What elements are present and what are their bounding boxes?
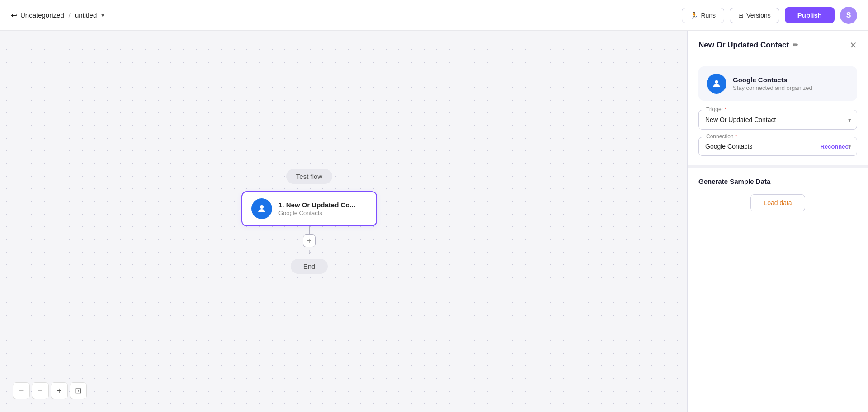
trigger-node[interactable]: 1. New Or Updated Co... Google Contacts bbox=[241, 191, 377, 226]
back-icon: ↩ bbox=[11, 10, 18, 20]
trigger-field-label: Trigger * bbox=[704, 106, 729, 112]
test-flow-node[interactable]: Test flow bbox=[286, 169, 332, 184]
main-layout: Test flow 1. New Or Updated Co... Google… bbox=[0, 31, 868, 412]
service-info: Google Contacts Stay connected and organ… bbox=[733, 76, 812, 91]
publish-label: Publish bbox=[797, 11, 822, 19]
connection-field-label: Connection * bbox=[704, 133, 739, 140]
zoom-out-icon: − bbox=[19, 386, 24, 396]
svg-point-1 bbox=[715, 80, 718, 84]
zoom-controls: − − + ⊡ bbox=[13, 382, 87, 399]
topbar-right: 🏃 Runs ⊞ Versions Publish S bbox=[682, 7, 857, 24]
versions-label: Versions bbox=[746, 12, 771, 19]
fit-icon: ⊡ bbox=[75, 386, 82, 396]
connection-field-row: Google Contacts Reconnect bbox=[699, 137, 857, 155]
generate-sample-title: Generate Sample Data bbox=[698, 178, 857, 185]
service-name: Google Contacts bbox=[733, 76, 812, 84]
runs-label: Runs bbox=[701, 12, 716, 19]
service-desc: Stay connected and organized bbox=[733, 84, 812, 91]
fit-button[interactable]: ⊡ bbox=[70, 382, 87, 399]
breadcrumb-title: untitled bbox=[75, 11, 97, 19]
load-data-button[interactable]: Load data bbox=[750, 194, 805, 211]
runs-button[interactable]: 🏃 Runs bbox=[682, 8, 724, 23]
generate-section: Generate Sample Data Load data bbox=[688, 168, 868, 221]
trigger-node-title: 1. New Or Updated Co... bbox=[278, 201, 355, 209]
panel-title-text: New Or Updated Contact bbox=[698, 41, 789, 50]
service-icon bbox=[707, 74, 726, 94]
panel-scroll-area: Google Contacts Stay connected and organ… bbox=[688, 57, 868, 412]
service-card: Google Contacts Stay connected and organ… bbox=[698, 66, 857, 101]
trigger-field-group: Trigger * New Or Updated Contact ▾ bbox=[698, 110, 857, 130]
load-data-label: Load data bbox=[764, 199, 792, 206]
panel-header: New Or Updated Contact ✏ ✕ bbox=[688, 31, 868, 57]
add-step-button[interactable]: + bbox=[303, 234, 316, 247]
reconnect-label: Reconnect bbox=[821, 143, 850, 150]
end-node: End bbox=[291, 259, 328, 274]
trigger-field-wrapper: Trigger * New Or Updated Contact ▾ bbox=[698, 110, 857, 130]
zoom-in-icon: + bbox=[57, 386, 62, 396]
trigger-node-subtitle: Google Contacts bbox=[278, 210, 355, 216]
end-label: End bbox=[303, 262, 316, 270]
avatar[interactable]: S bbox=[840, 7, 857, 24]
avatar-label: S bbox=[846, 11, 851, 19]
close-button[interactable]: ✕ bbox=[849, 41, 857, 50]
connector: + ↓ bbox=[303, 226, 316, 255]
zoom-out-button[interactable]: − bbox=[13, 382, 30, 399]
connector-line-top bbox=[309, 226, 310, 234]
breadcrumb-category: Uncategorized bbox=[20, 11, 64, 19]
runs-icon: 🏃 bbox=[690, 12, 698, 19]
right-panel: New Or Updated Contact ✏ ✕ Google Contac… bbox=[687, 31, 868, 412]
connection-field-wrapper: Connection * Google Contacts Reconnect ▾ bbox=[698, 137, 857, 156]
back-button[interactable]: ↩ Uncategorized / untitled ▾ bbox=[11, 10, 104, 20]
versions-icon: ⊞ bbox=[738, 12, 744, 19]
canvas: Test flow 1. New Or Updated Co... Google… bbox=[0, 31, 687, 412]
topbar: ↩ Uncategorized / untitled ▾ 🏃 Runs ⊞ Ve… bbox=[0, 0, 868, 31]
breadcrumb-separator: / bbox=[69, 11, 71, 19]
connection-field-group: Connection * Google Contacts Reconnect ▾ bbox=[698, 137, 857, 156]
connection-value: Google Contacts bbox=[705, 143, 752, 150]
zoom-in-button[interactable]: + bbox=[51, 382, 68, 399]
test-flow-label: Test flow bbox=[296, 173, 322, 180]
breadcrumb-chevron-icon[interactable]: ▾ bbox=[101, 12, 104, 19]
reconnect-button[interactable]: Reconnect bbox=[821, 143, 850, 150]
svg-point-0 bbox=[260, 205, 264, 209]
edit-icon[interactable]: ✏ bbox=[793, 41, 798, 49]
zoom-out2-icon: − bbox=[38, 386, 43, 396]
connection-chevron-icon: ▾ bbox=[848, 143, 851, 150]
panel-form: Trigger * New Or Updated Contact ▾ Conne… bbox=[688, 101, 868, 165]
flow-container: Test flow 1. New Or Updated Co... Google… bbox=[241, 169, 377, 274]
panel-title-group: New Or Updated Contact ✏ bbox=[698, 41, 798, 50]
zoom-out2-button[interactable]: − bbox=[32, 382, 49, 399]
trigger-node-icon bbox=[251, 198, 272, 219]
topbar-left: ↩ Uncategorized / untitled ▾ bbox=[11, 10, 104, 20]
publish-button[interactable]: Publish bbox=[785, 7, 835, 23]
trigger-select[interactable]: New Or Updated Contact bbox=[699, 110, 857, 129]
trigger-node-text: 1. New Or Updated Co... Google Contacts bbox=[278, 201, 355, 216]
versions-button[interactable]: ⊞ Versions bbox=[730, 8, 779, 23]
arrow-down-icon: ↓ bbox=[307, 248, 311, 255]
